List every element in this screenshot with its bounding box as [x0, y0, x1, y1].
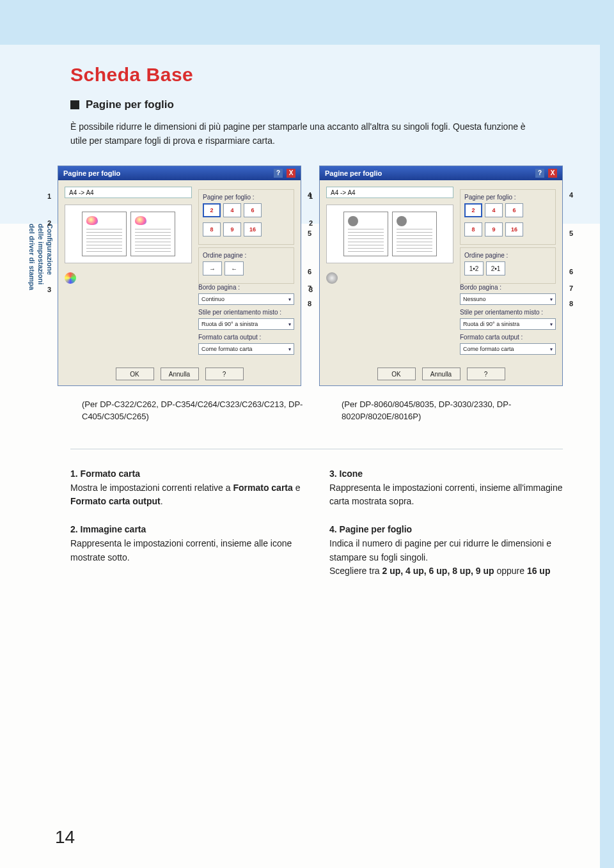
callout-3: 3 — [309, 286, 313, 293]
dialog-titlebar: Pagine per foglio ? X — [320, 166, 562, 180]
nup-option-8[interactable]: 8 — [464, 222, 482, 236]
def-4-line2a: Scegliere tra — [329, 566, 382, 576]
section-heading: Pagine per foglio — [70, 98, 563, 111]
square-bullet-icon — [70, 100, 79, 109]
callout-2: 2 — [47, 219, 51, 227]
rotation-label: Stile per orientamento misto : — [198, 309, 294, 316]
preview-sheet — [392, 212, 437, 256]
def-1-num: 1. — [70, 469, 78, 479]
nup-option-2[interactable]: 2 — [203, 203, 221, 217]
callout-7: 7 — [569, 284, 573, 292]
output-combo-value: Come formato carta — [201, 346, 253, 352]
output-combo-value: Come formato carta — [463, 346, 514, 352]
border-combo[interactable]: Nessuno▾ — [460, 293, 556, 305]
def-1-mid: e — [293, 483, 301, 493]
close-icon[interactable]: X — [548, 169, 557, 178]
output-combo[interactable]: Come formato carta▾ — [460, 343, 556, 355]
callout-2: 2 — [309, 219, 313, 227]
section-heading-text: Pagine per foglio — [86, 98, 174, 111]
dialog-titlebar: Pagine per foglio ? X — [58, 166, 301, 180]
callout-3: 3 — [47, 286, 51, 293]
pages-per-sheet-label: Pagine per foglio : — [464, 194, 551, 201]
output-combo[interactable]: Come formato carta▾ — [198, 343, 294, 355]
help-button[interactable]: ? — [467, 368, 505, 380]
rotation-combo-value: Ruota di 90° a sinistra — [201, 321, 258, 327]
nup-option-6[interactable]: 6 — [505, 203, 523, 217]
nup-option-4[interactable]: 4 — [485, 203, 503, 217]
nup-option-16[interactable]: 16 — [244, 222, 262, 236]
def-1-key: Formato carta — [81, 469, 140, 479]
callout-6: 6 — [308, 268, 311, 275]
intro-paragraph: È possibile ridurre le dimensioni di più… — [70, 120, 537, 148]
nup-option-9[interactable]: 9 — [223, 222, 241, 236]
def-2-text: Rappresenta le impostazioni correnti, in… — [70, 538, 292, 562]
help-button[interactable]: ? — [205, 368, 244, 380]
page-order-label: Ordine pagine : — [203, 252, 290, 259]
help-icon[interactable]: ? — [274, 169, 283, 178]
dialog-right: Pagine per foglio ? X A4 -> A4 — [319, 166, 563, 386]
callout-1: 1 — [47, 192, 51, 200]
dialog-screenshots: 1 2 3 4 5 6 7 8 Pagine per foglio ? X A4… — [58, 166, 563, 386]
chevron-down-icon: ▾ — [550, 322, 553, 327]
callout-8: 8 — [569, 300, 573, 307]
order-option-21[interactable]: 2•1 — [486, 261, 505, 275]
callout-4: 4 — [569, 191, 573, 199]
dialog-title-text: Pagine per foglio — [325, 169, 382, 177]
paper-preview — [326, 205, 453, 263]
rotation-label: Stile per orientamento misto : — [460, 309, 556, 316]
output-label: Formato carta output : — [460, 334, 556, 341]
caption-right: (Per DP-8060/8045/8035, DP-3030/2330, DP… — [342, 399, 563, 423]
def-1-tail: . — [161, 496, 163, 506]
nup-option-2[interactable]: 2 — [464, 203, 482, 217]
order-option-rtl[interactable]: ← — [224, 261, 244, 275]
def-4-key: Pagine per foglio — [340, 524, 413, 534]
order-option-12[interactable]: 1•2 — [464, 261, 484, 275]
nup-option-8[interactable]: 8 — [203, 222, 221, 236]
nup-option-4[interactable]: 4 — [223, 203, 241, 217]
callout-5: 5 — [569, 229, 573, 237]
callout-5: 5 — [308, 229, 311, 237]
top-band — [0, 0, 614, 45]
def-3-text: Rappresenta le impostazioni correnti, in… — [329, 483, 563, 507]
rotation-combo-value: Ruota di 90° a sinistra — [463, 321, 519, 327]
def-4: 4. Pagine per foglio Indica il numero di… — [329, 523, 563, 578]
def-4-optlast: 16 up — [527, 566, 551, 576]
page-order-label: Ordine pagine : — [464, 252, 551, 259]
dialog-right-wrap: 1 2 3 4 5 6 7 8 Pagine per foglio ? X A4… — [319, 166, 563, 386]
border-label: Bordo pagina : — [460, 284, 556, 291]
def-2-num: 2. — [70, 524, 78, 534]
help-icon[interactable]: ? — [535, 169, 544, 178]
page-title: Scheda Base — [70, 64, 563, 86]
rotation-combo[interactable]: Ruota di 90° a sinistra▾ — [460, 318, 556, 330]
dialog-title-text: Pagine per foglio — [63, 169, 120, 177]
cancel-button[interactable]: Annulla — [161, 368, 199, 380]
ok-button[interactable]: OK — [377, 368, 416, 380]
def-4-opts: 2 up, 4 up, 6 up, 8 up, 9 up — [382, 566, 494, 576]
border-combo[interactable]: Continuo▾ — [198, 293, 294, 305]
page-number: 14 — [55, 827, 75, 848]
chevron-down-icon: ▾ — [550, 297, 553, 302]
nup-option-6[interactable]: 6 — [244, 203, 262, 217]
order-option-ltr[interactable]: → — [203, 261, 222, 275]
separator — [70, 449, 563, 449]
def-4-num: 4. — [329, 524, 337, 534]
output-label: Formato carta output : — [198, 334, 294, 341]
ok-button[interactable]: OK — [116, 368, 154, 380]
def-4-text: Indica il numero di pagine per cui ridur… — [329, 538, 551, 562]
close-icon[interactable]: X — [287, 169, 295, 178]
def-1-bold1: Formato carta — [233, 483, 292, 493]
paper-size-display: A4 -> A4 — [65, 187, 192, 198]
rotation-combo[interactable]: Ruota di 90° a sinistra▾ — [198, 318, 294, 330]
cancel-button[interactable]: Annulla — [422, 368, 460, 380]
def-1-text: Mostra le impostazioni correnti relative… — [70, 483, 233, 493]
def-2: 2. Immagine carta Rappresenta le imposta… — [70, 523, 304, 564]
def-4-line2b: oppure — [494, 566, 527, 576]
chevron-down-icon: ▾ — [288, 322, 291, 327]
chevron-down-icon: ▾ — [288, 346, 291, 352]
definitions: 1. Formato carta Mostra le impostazioni … — [70, 467, 563, 593]
def-3-key: Icone — [340, 469, 363, 479]
nup-option-16[interactable]: 16 — [505, 222, 523, 236]
nup-option-9[interactable]: 9 — [485, 222, 503, 236]
chevron-down-icon: ▾ — [288, 297, 291, 302]
border-label: Bordo pagina : — [198, 284, 294, 291]
